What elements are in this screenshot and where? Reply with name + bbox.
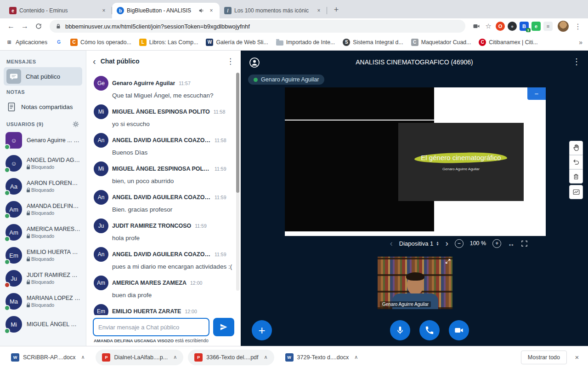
leave-audio-button[interactable] [419, 320, 440, 340]
download-menu-caret-icon[interactable]: ∧ [173, 354, 177, 360]
user-list-item[interactable]: Em EMILIO HUERTA ZA... Bloqueado [4, 244, 82, 267]
chat-timestamp: 11:59 [215, 252, 226, 257]
back-button[interactable]: ← [5, 20, 17, 33]
presentation-slide: El género cinematográfico Genaro Aguirre… [285, 87, 546, 236]
close-downloads-bar-icon[interactable]: × [571, 351, 583, 364]
browser-tab[interactable]: e Contenido - Eminus × [5, 3, 112, 18]
browser-tab[interactable]: / Los 100 momentos más icónic × [220, 3, 327, 18]
download-menu-caret-icon[interactable]: ∧ [354, 354, 358, 360]
url-bar[interactable]: bbbeminusver.uv.mx/html5client/join?sess… [50, 20, 465, 33]
chat-scrollbar[interactable] [236, 73, 239, 291]
user-name: AMERICA MARES ZA... [27, 226, 80, 232]
previous-slide-button[interactable]: ‹ [390, 239, 393, 247]
reload-button[interactable] [32, 20, 45, 33]
chat-message-header: Ju JUDIT RAMIREZ TRONCOSO 11:59 [94, 218, 233, 233]
browser-menu-icon[interactable]: ⋮ [572, 22, 583, 31]
user-list-item[interactable]: Mi MIGUEL ÁNGEL ESP... [4, 313, 82, 336]
multiuser-whiteboard-button[interactable] [569, 185, 583, 199]
bookmark-item[interactable]: Importado de Inte... [276, 39, 335, 46]
user-list-item[interactable]: ☺ Genaro Aguirre ... (Tú) [4, 129, 82, 152]
media-camera-indicator-icon[interactable] [470, 20, 483, 33]
chat-timestamp: 11:59 [215, 166, 226, 172]
bookmark-item[interactable]: C Cómo los operado... [70, 39, 131, 46]
tab-audio-icon[interactable] [198, 7, 205, 14]
download-menu-caret-icon[interactable]: ∧ [264, 354, 268, 360]
user-list-item[interactable]: Aa AARON FLORENTIN... Bloqueado [4, 175, 82, 198]
bookmarks-overflow-icon[interactable]: » [579, 39, 582, 46]
show-all-downloads-button[interactable]: Mostrar todo [521, 351, 567, 364]
clear-annotations-trash-button[interactable] [569, 169, 583, 184]
chat-back-icon[interactable]: ‹ [93, 56, 96, 67]
sidebar-item-public-chat[interactable]: Chat público [4, 67, 82, 86]
slide-select-dropdown[interactable]: Diapositiva 1 ▲▼ [399, 240, 439, 247]
browser-extension-icon[interactable]: ● [508, 22, 517, 31]
browser-extension-icon[interactable]: O [496, 22, 505, 31]
chat-options-menu-icon[interactable]: ⋮ [226, 57, 234, 66]
chat-sender-name: AMERICA MARES ZAMEZA [112, 280, 187, 286]
typing-user-name: AMANDA DELFINA USCANGA VISOZO [94, 338, 174, 343]
fit-width-button[interactable]: ↔ [508, 240, 514, 247]
browser-tab[interactable]: b BigBlueButton - ANALISIS × [112, 3, 220, 18]
browser-extension-icon[interactable]: e [531, 22, 541, 31]
webcam-fullscreen-icon[interactable] [445, 259, 451, 264]
forward-button[interactable]: → [18, 20, 31, 33]
lock-icon [27, 190, 30, 192]
zoom-out-button[interactable]: − [455, 239, 464, 248]
typing-indicator: AMANDA DELFINA USCANGA VISOZO está escri… [86, 336, 241, 346]
bookmark-item[interactable]: L Libros: Las Comp... [139, 39, 198, 46]
user-status-badge-icon [4, 144, 10, 150]
user-list-item[interactable]: Ma MARIANA LOPEZ HE... Bloqueado [4, 290, 82, 313]
next-slide-button[interactable]: › [446, 239, 448, 247]
actions-plus-button[interactable]: + [252, 320, 272, 340]
bookmark-item[interactable]: C Citibanamex | Citi... [479, 39, 537, 46]
mute-microphone-button[interactable] [390, 320, 410, 340]
chat-scrollbar-thumb[interactable] [236, 73, 239, 193]
file-type-icon: P [102, 353, 110, 362]
users-heading: USUARIOS (9) [6, 121, 44, 127]
user-lock-status: Bloqueado [27, 279, 80, 285]
fullscreen-button[interactable] [521, 240, 528, 247]
shared-notes-label: Notas compartidas [21, 104, 73, 110]
chat-avatar: Mi [94, 161, 108, 176]
download-chip[interactable]: P 3366-Texto del....pdf ∧ [188, 350, 274, 365]
send-message-button[interactable] [213, 318, 234, 336]
undo-annotation-button[interactable] [569, 155, 583, 169]
tab-close-icon[interactable]: × [315, 7, 322, 14]
sidebar-item-shared-notes[interactable]: Notas compartidas [4, 98, 82, 116]
tab-close-icon[interactable]: × [208, 7, 215, 14]
download-menu-caret-icon[interactable]: ∧ [81, 354, 85, 360]
bookmark-item[interactable]: W Galería de Web Sli... [206, 39, 268, 46]
user-list-item[interactable]: ☺ ANGEL DAVID AGUI... Bloqueado [4, 152, 82, 175]
share-webcam-button[interactable] [449, 320, 469, 340]
browser-extension-icon[interactable]: ≡ [543, 22, 553, 31]
minimize-presentation-button[interactable]: − [527, 87, 546, 100]
bookmark-item[interactable]: S Sistema Integral d... [343, 39, 403, 46]
talking-indicator[interactable]: Genaro Aguirre Aguilar [248, 75, 324, 85]
meeting-options-menu-icon[interactable]: ⋮ [572, 57, 581, 67]
user-list-item[interactable]: Am AMERICA MARES ZA... Bloqueado [4, 221, 82, 244]
chat-sender-name: Genaro Aguirre Aguilar [112, 80, 175, 86]
tab-close-icon[interactable]: × [100, 7, 107, 14]
pan-hand-tool-button[interactable] [569, 141, 583, 155]
user-name: EMILIO HUERTA ZA... [27, 249, 80, 255]
browser-extension-icon[interactable]: B 1 [520, 22, 529, 31]
new-tab-button[interactable]: + [330, 3, 343, 16]
bookmark-item[interactable]: C Maquetador Cuad... [411, 39, 471, 46]
chat-avatar: An [94, 190, 108, 205]
download-filename: SCRiBBR-AP....docx [23, 354, 75, 361]
bookmark-star-icon[interactable]: ☆ [486, 22, 492, 30]
bookmark-label: Libros: Las Comp... [149, 39, 198, 46]
chat-message-text: bien, un poco aburrido [112, 178, 233, 184]
download-chip[interactable]: W 3729-Texto d....docx ∧ [279, 350, 365, 365]
user-list-item[interactable]: Am AMANDA DELFINA U... Bloqueado [4, 198, 82, 221]
browser-profile-avatar[interactable] [558, 21, 569, 32]
download-chip[interactable]: P Dialnet-LaAlfab....p... ∧ [96, 350, 183, 365]
download-chip[interactable]: W SCRiBBR-AP....docx ∧ [5, 350, 91, 365]
users-settings-gear-icon[interactable] [72, 121, 79, 128]
chat-message-input[interactable] [93, 318, 209, 336]
user-list-item[interactable]: Ju JUDIT RAMIREZ TR... Bloqueado [4, 267, 82, 290]
url-text: bbbeminusver.uv.mx/html5client/join?sess… [65, 23, 250, 30]
bookmark-item[interactable]: G [55, 39, 62, 46]
zoom-in-button[interactable]: + [492, 239, 501, 248]
bookmark-item[interactable]: ⊞ Aplicaciones [6, 39, 47, 46]
